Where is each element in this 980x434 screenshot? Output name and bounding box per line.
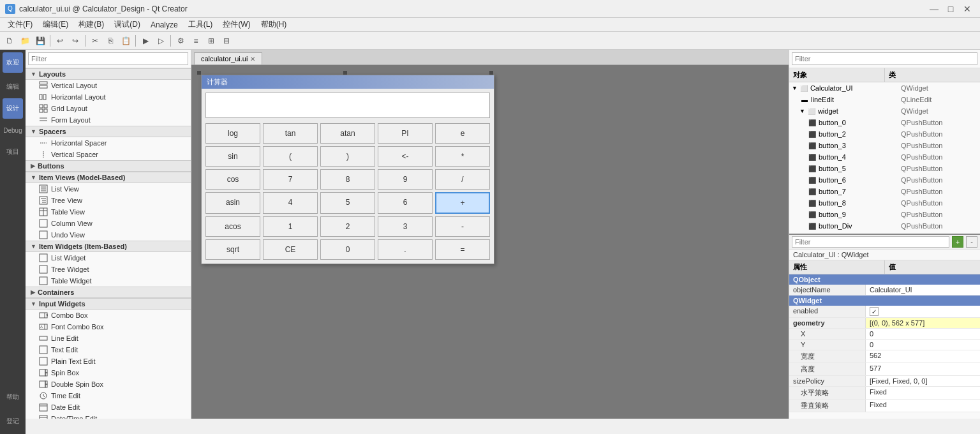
widget-table-widget[interactable]: Table Widget xyxy=(26,275,191,287)
calc-btn-plus[interactable]: + xyxy=(435,192,490,214)
widget-double-spin-box[interactable]: Double Spin Box xyxy=(26,378,191,390)
tree-item-button8[interactable]: ⬛ button_8 QPushButton xyxy=(789,197,980,209)
section-input-widgets[interactable]: ▼ Input Widgets xyxy=(26,298,191,310)
toolbar-new[interactable]: 🗋 xyxy=(3,34,17,48)
section-layouts[interactable]: ▼ Layouts xyxy=(26,68,191,80)
prop-geometry-value[interactable]: [(0, 0), 562 x 577] xyxy=(866,318,980,328)
menu-help[interactable]: 帮助(H) xyxy=(256,18,292,31)
calc-btn-asin[interactable]: asin xyxy=(205,192,260,214)
calc-btn-6[interactable]: 6 xyxy=(378,192,433,214)
toolbar-copy[interactable]: ⎘ xyxy=(103,34,117,48)
tree-item-button-div[interactable]: ⬛ button_Div QPushButton xyxy=(789,220,980,232)
calc-btn-dot[interactable]: . xyxy=(378,239,433,260)
calc-btn-rparen[interactable]: ) xyxy=(320,146,375,167)
toolbar-open[interactable]: 📁 xyxy=(18,34,32,48)
sidebar-register[interactable]: 登记 xyxy=(3,411,23,431)
widget-plain-text-edit[interactable]: Plain Text Edit xyxy=(26,355,191,367)
widget-tree-view[interactable]: Tree View xyxy=(26,195,191,206)
section-item-views[interactable]: ▼ Item Views (Model-Based) xyxy=(26,172,191,183)
sidebar-debug[interactable]: Debug xyxy=(3,120,23,140)
props-filter-input[interactable] xyxy=(792,236,949,248)
widget-column-view[interactable]: Column View xyxy=(26,218,191,229)
tree-item-button6[interactable]: ⬛ button_6 QPushButton xyxy=(789,174,980,186)
prop-sizepolicy-value[interactable]: [Fixed, Fixed, 0, 0] xyxy=(866,376,980,386)
widget-horizontal-spacer[interactable]: Horizontal Spacer xyxy=(26,137,191,149)
calc-btn-tan[interactable]: tan xyxy=(263,123,318,144)
section-item-widgets[interactable]: ▼ Item Widgets (Item-Based) xyxy=(26,241,191,252)
menu-tools[interactable]: 工具(L) xyxy=(183,18,218,31)
canvas-area[interactable]: 计算器 log tan atan PI e sin xyxy=(191,65,789,419)
calc-btn-log[interactable]: log xyxy=(205,123,260,144)
calc-btn-cos[interactable]: cos xyxy=(205,169,260,190)
menu-build[interactable]: 构建(B) xyxy=(73,18,109,31)
widget-horizontal-layout[interactable]: Horizontal Layout xyxy=(26,91,191,103)
toolbar-btn8[interactable]: ⊟ xyxy=(219,34,234,48)
calc-btn-2[interactable]: 2 xyxy=(320,216,375,237)
widget-line-edit[interactable]: Line Edit xyxy=(26,333,191,344)
calc-btn-9[interactable]: 9 xyxy=(378,169,433,190)
calc-btn-sqrt[interactable]: sqrt xyxy=(205,239,260,260)
sidebar-edit[interactable]: 编辑 xyxy=(3,77,23,97)
minimize-button[interactable]: — xyxy=(926,3,942,15)
toolbar-debug-run[interactable]: ▷ xyxy=(154,34,168,48)
widget-combo-box[interactable]: ▼ Combo Box xyxy=(26,310,191,321)
calc-btn-sin[interactable]: sin xyxy=(205,146,260,167)
prop-x-value[interactable]: 0 xyxy=(866,329,980,339)
file-tab[interactable]: calculator_ui.ui ✕ xyxy=(194,52,262,64)
toolbar-btn5[interactable]: ⚙ xyxy=(174,34,188,48)
sidebar-design[interactable]: 设计 xyxy=(3,98,23,119)
prop-width-value[interactable]: 562 xyxy=(866,350,980,363)
tree-item-button9[interactable]: ⬛ button_9 QPushButton xyxy=(789,209,980,220)
calc-btn-e[interactable]: e xyxy=(435,123,490,144)
menu-debug[interactable]: 调试(D) xyxy=(109,18,145,31)
tree-item-calculator-ui[interactable]: ▼ ⬜ Calculator_UI QWidget xyxy=(789,82,980,94)
menu-controls[interactable]: 控件(W) xyxy=(218,18,255,31)
props-add-button[interactable]: + xyxy=(952,236,963,248)
tree-item-button0[interactable]: ⬛ button_0 QPushButton xyxy=(789,117,980,128)
section-spacers[interactable]: ▼ Spacers xyxy=(26,126,191,137)
calc-btn-equals[interactable]: = xyxy=(435,239,490,260)
calc-btn-multiply[interactable]: * xyxy=(435,146,490,167)
toolbar-btn7[interactable]: ⊞ xyxy=(204,34,218,48)
calc-btn-ce[interactable]: CE xyxy=(263,239,318,260)
tree-item-lineedit[interactable]: ▬ lineEdit QLineEdit xyxy=(789,94,980,105)
props-remove-button[interactable]: - xyxy=(966,236,977,248)
tree-item-button5[interactable]: ⬛ button_5 QPushButton xyxy=(789,163,980,174)
prop-height-value[interactable]: 577 xyxy=(866,363,980,375)
toolbar-save[interactable]: 💾 xyxy=(33,34,47,48)
widget-vertical-spacer[interactable]: Vertical Spacer xyxy=(26,149,191,160)
widget-filter-input[interactable] xyxy=(28,52,188,65)
menu-file[interactable]: 文件(F) xyxy=(3,18,38,31)
calc-btn-5[interactable]: 5 xyxy=(320,192,375,214)
section-containers[interactable]: ▶ Containers xyxy=(26,287,191,298)
calc-btn-divide[interactable]: / xyxy=(435,169,490,190)
widget-date-edit[interactable]: Date Edit xyxy=(26,401,191,413)
sidebar-help[interactable]: 帮助 xyxy=(3,387,23,407)
maximize-button[interactable]: □ xyxy=(943,3,958,15)
file-tab-close-icon[interactable]: ✕ xyxy=(250,56,255,63)
prop-enabled-value[interactable]: ✓ xyxy=(866,306,980,317)
calc-btn-0[interactable]: 0 xyxy=(320,239,375,260)
tree-item-button4[interactable]: ⬛ button_4 QPushButton xyxy=(789,151,980,163)
tree-item-button2[interactable]: ⬛ button_2 QPushButton xyxy=(789,128,980,140)
prop-y-value[interactable]: 0 xyxy=(866,340,980,350)
calc-btn-atan[interactable]: atan xyxy=(320,123,375,144)
prop-vpolicy-value[interactable]: Fixed xyxy=(866,400,980,412)
obj-filter-input[interactable] xyxy=(792,52,977,65)
tree-item-button3[interactable]: ⬛ button_3 QPushButton xyxy=(789,140,980,151)
toolbar-redo[interactable]: ↪ xyxy=(68,34,82,48)
widget-grid-layout[interactable]: Grid Layout xyxy=(26,103,191,114)
widget-list-widget[interactable]: List Widget xyxy=(26,252,191,264)
toolbar-paste[interactable]: 📋 xyxy=(119,34,133,48)
calc-btn-8[interactable]: 8 xyxy=(320,169,375,190)
menu-analyze[interactable]: Analyze xyxy=(145,19,183,31)
menu-edit[interactable]: 编辑(E) xyxy=(38,18,73,31)
calc-btn-lparen[interactable]: ( xyxy=(263,146,318,167)
calc-btn-backspace[interactable]: <- xyxy=(378,146,433,167)
widget-form-layout[interactable]: Form Layout xyxy=(26,114,191,126)
section-buttons[interactable]: ▶ Buttons xyxy=(26,160,191,172)
widget-datetime-edit[interactable]: Date/Time Edit xyxy=(26,413,191,419)
calc-btn-pi[interactable]: PI xyxy=(378,123,433,144)
calc-btn-3[interactable]: 3 xyxy=(378,216,433,237)
calc-btn-1[interactable]: 1 xyxy=(263,216,318,237)
